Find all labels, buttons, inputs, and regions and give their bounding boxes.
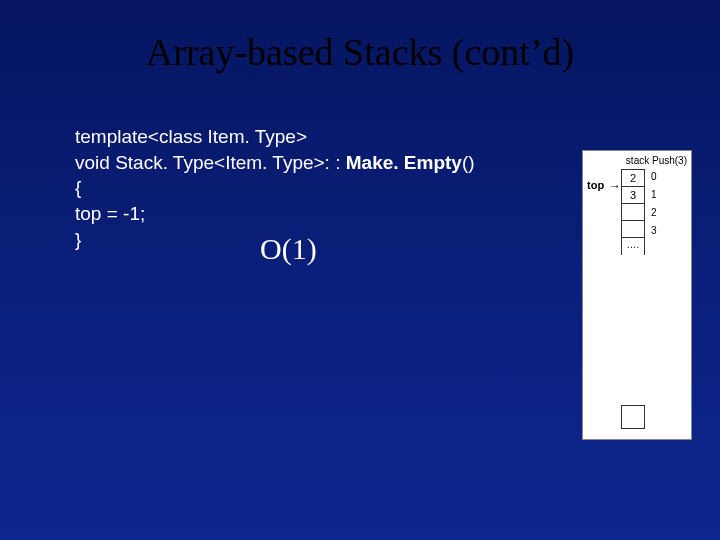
stack-cell bbox=[621, 220, 645, 238]
stack-cell: 3 bbox=[621, 186, 645, 204]
complexity-label: O(1) bbox=[260, 232, 317, 266]
stack-cells: 2 3 …. bbox=[621, 169, 645, 255]
index-label: 0 bbox=[651, 171, 657, 182]
stack-bottom-cell bbox=[621, 405, 645, 429]
stack-cell bbox=[621, 203, 645, 221]
code-line-2a: void Stack. Type<Item. Type>: : bbox=[75, 152, 346, 173]
code-line-1: template<class Item. Type> bbox=[75, 124, 720, 150]
ellipsis: …. bbox=[621, 237, 645, 255]
index-label: 1 bbox=[651, 189, 657, 200]
stack-cell: 2 bbox=[621, 169, 645, 187]
code-line-2c: () bbox=[462, 152, 475, 173]
index-label: 3 bbox=[651, 225, 657, 236]
diagram-caption: stack Push(3) bbox=[626, 155, 687, 166]
index-label: 2 bbox=[651, 207, 657, 218]
top-label: top bbox=[587, 179, 604, 191]
arrow-icon: → bbox=[609, 179, 621, 193]
slide-title: Array-based Stacks (cont’d) bbox=[0, 0, 720, 124]
code-line-2b: Make. Empty bbox=[346, 152, 462, 173]
stack-diagram: stack Push(3) top → 2 3 …. 0 1 2 3 bbox=[582, 150, 692, 440]
